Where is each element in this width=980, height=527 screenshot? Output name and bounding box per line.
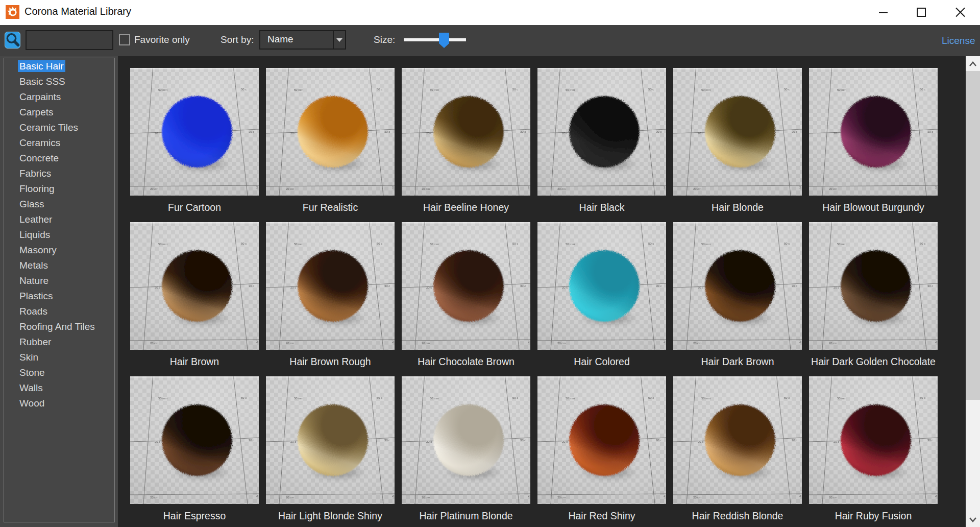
svg-text:50 mm: 50 mm [566, 243, 575, 246]
svg-text:2: 2 [664, 186, 666, 189]
svg-text:20 c: 20 c [290, 286, 296, 289]
svg-text:20 cm: 20 cm [150, 187, 158, 190]
svg-text:20 c: 20 c [155, 440, 160, 443]
svg-text:20 cm: 20 cm [557, 187, 566, 190]
svg-text:50 mm: 50 mm [837, 88, 846, 91]
svg-text:20 cm: 20 cm [693, 496, 701, 499]
svg-text:50 mm: 50 mm [566, 88, 575, 91]
svg-text:30 c: 30 c [792, 130, 797, 133]
svg-text:50 mm: 50 mm [430, 243, 439, 246]
svg-text:50 c: 50 c [241, 396, 247, 399]
svg-text:20 c: 20 c [155, 286, 160, 289]
svg-text:50 mm: 50 mm [294, 88, 303, 91]
svg-text:20 c: 20 c [698, 440, 703, 443]
svg-text:50 mm: 50 mm [430, 88, 439, 91]
svg-text:20 c: 20 c [834, 132, 839, 135]
svg-text:2: 2 [799, 340, 801, 343]
svg-text:50 c: 50 c [648, 88, 654, 91]
svg-text:20 cm: 20 cm [693, 187, 701, 190]
svg-text:50 mm: 50 mm [701, 243, 710, 246]
svg-text:20 c: 20 c [290, 440, 296, 443]
svg-text:2: 2 [392, 340, 394, 343]
svg-text:50 mm: 50 mm [294, 397, 303, 400]
svg-text:20 cm: 20 cm [422, 342, 430, 345]
svg-text:20 c: 20 c [155, 132, 160, 135]
svg-text:2: 2 [256, 494, 258, 497]
svg-text:50 c: 50 c [377, 88, 382, 91]
svg-text:50 mm: 50 mm [294, 243, 303, 246]
svg-text:20 cm: 20 cm [829, 342, 837, 345]
svg-text:20 c: 20 c [426, 286, 432, 289]
svg-text:2: 2 [664, 340, 666, 343]
svg-text:50 mm: 50 mm [158, 397, 167, 400]
svg-text:50 c: 50 c [784, 88, 790, 91]
svg-text:50 mm: 50 mm [566, 397, 575, 400]
svg-text:30 c: 30 c [520, 130, 526, 133]
svg-text:2: 2 [528, 186, 530, 189]
svg-text:20 c: 20 c [562, 440, 568, 443]
svg-text:30 c: 30 c [249, 439, 254, 442]
svg-text:20 cm: 20 cm [829, 187, 837, 190]
svg-text:20 c: 20 c [834, 440, 839, 443]
svg-text:50 c: 50 c [784, 396, 790, 399]
svg-text:2: 2 [664, 494, 666, 497]
svg-text:2: 2 [392, 494, 394, 497]
svg-text:2: 2 [799, 186, 801, 189]
svg-text:20 c: 20 c [426, 440, 432, 443]
svg-text:30 c: 30 c [249, 284, 254, 288]
svg-text:50 mm: 50 mm [158, 88, 167, 91]
svg-text:30 c: 30 c [927, 284, 933, 288]
svg-text:50 c: 50 c [920, 242, 925, 245]
svg-text:30 c: 30 c [384, 284, 390, 288]
svg-text:30 c: 30 c [792, 439, 797, 442]
svg-text:2: 2 [528, 494, 530, 497]
svg-text:2: 2 [528, 340, 530, 343]
svg-text:20 cm: 20 cm [150, 496, 158, 499]
svg-text:20 cm: 20 cm [286, 187, 294, 190]
svg-text:20 cm: 20 cm [286, 342, 294, 345]
svg-text:50 c: 50 c [241, 88, 247, 91]
svg-text:30 c: 30 c [792, 284, 797, 288]
svg-text:50 c: 50 c [920, 396, 925, 399]
svg-text:50 c: 50 c [377, 396, 382, 399]
svg-text:30 c: 30 c [927, 130, 933, 133]
svg-text:20 c: 20 c [426, 132, 432, 135]
svg-text:50 mm: 50 mm [158, 243, 167, 246]
svg-text:20 cm: 20 cm [557, 342, 566, 345]
svg-text:20 c: 20 c [290, 132, 296, 135]
svg-text:20 cm: 20 cm [150, 342, 158, 345]
svg-text:50 c: 50 c [784, 242, 790, 245]
svg-text:50 c: 50 c [512, 396, 518, 399]
svg-text:30 c: 30 c [656, 130, 662, 133]
svg-text:2: 2 [935, 340, 937, 343]
svg-text:30 c: 30 c [520, 284, 526, 288]
svg-text:50 mm: 50 mm [837, 397, 846, 400]
svg-text:30 c: 30 c [656, 439, 662, 442]
svg-text:50 c: 50 c [648, 396, 654, 399]
svg-text:20 c: 20 c [834, 286, 839, 289]
svg-text:50 c: 50 c [648, 242, 654, 245]
svg-text:50 mm: 50 mm [837, 243, 846, 246]
svg-text:20 cm: 20 cm [829, 496, 837, 499]
svg-text:20 c: 20 c [562, 132, 568, 135]
svg-text:50 c: 50 c [920, 88, 925, 91]
svg-text:30 c: 30 c [520, 439, 526, 442]
svg-text:30 c: 30 c [656, 284, 662, 288]
svg-text:50 c: 50 c [241, 242, 247, 245]
svg-text:2: 2 [935, 494, 937, 497]
svg-text:2: 2 [799, 494, 801, 497]
svg-text:30 c: 30 c [384, 439, 390, 442]
svg-text:20 c: 20 c [562, 286, 568, 289]
svg-text:2: 2 [392, 186, 394, 189]
svg-text:20 cm: 20 cm [693, 342, 701, 345]
svg-text:50 mm: 50 mm [701, 88, 710, 91]
svg-text:30 c: 30 c [249, 130, 254, 133]
svg-text:20 cm: 20 cm [286, 496, 294, 499]
svg-text:2: 2 [256, 186, 258, 189]
svg-text:2: 2 [256, 340, 258, 343]
svg-text:20 cm: 20 cm [422, 187, 430, 190]
svg-text:20 cm: 20 cm [422, 496, 430, 499]
svg-text:50 mm: 50 mm [430, 397, 439, 400]
svg-text:50 c: 50 c [512, 242, 518, 245]
svg-text:50 c: 50 c [512, 88, 518, 91]
